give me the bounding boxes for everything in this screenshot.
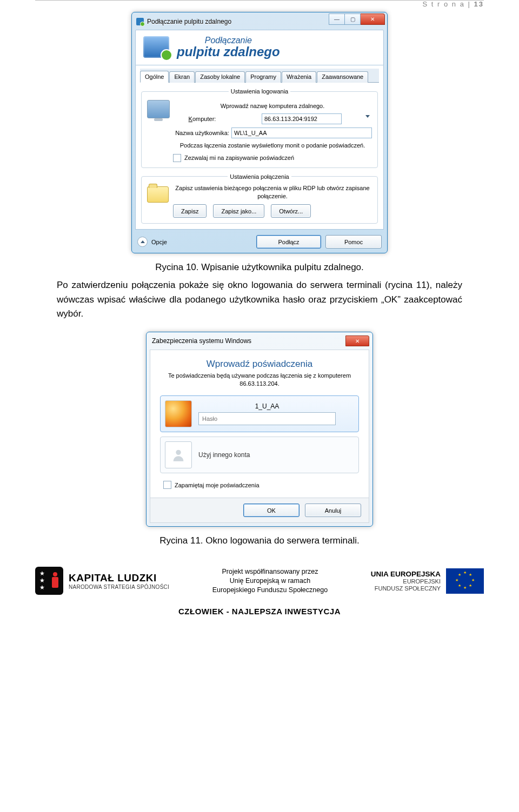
minimize-button[interactable]: — (329, 14, 345, 25)
tabs: Ogólne Ekran Zasoby lokalne Programy Wra… (140, 69, 379, 83)
remote-desktop-icon (143, 36, 169, 58)
cred-close-button[interactable]: ✕ (345, 335, 369, 346)
slogan: CZŁOWIEK - NAJLEPSZA INWESTYCJA (35, 607, 484, 616)
banner-line2: pulpitu zdalnego (177, 45, 280, 58)
save-as-button[interactable]: Zapisz jako... (213, 204, 264, 218)
credentials-note: Podczas łączenia zostanie wyświetlony mo… (173, 142, 372, 150)
figure2-caption: Rycina 11. Okno logowania do serwera ter… (35, 535, 484, 546)
cred-username: 1_U_AA (198, 402, 336, 410)
folder-icon (147, 186, 169, 203)
cofinance-text: Projekt współfinansowany przez Unię Euro… (212, 567, 328, 595)
login-settings-group: Ustawienia logowania Wprowadź nazwę komp… (141, 88, 378, 168)
options-label: Opcje (151, 239, 167, 245)
tab-screen[interactable]: Ekran (169, 71, 195, 83)
allow-save-label: Zezwalaj mi na zapisywanie poświadczeń (184, 155, 294, 161)
cred-heading: Wprowadź poświadczenia (160, 359, 359, 370)
eu-flag-icon: ★ ★ ★ ★ ★ ★ ★ ★ (446, 568, 484, 594)
cred-tile-user[interactable]: 1_U_AA (160, 395, 359, 432)
close-button[interactable]: ✕ (361, 14, 385, 25)
figure1-caption: Rycina 10. Wpisanie użytkownika pulpitu … (35, 262, 484, 273)
cred-tile-other[interactable]: Użyj innego konta (160, 437, 359, 473)
tab-advanced[interactable]: Zaawansowane (317, 71, 368, 83)
tab-experience[interactable]: Wrażenia (282, 71, 316, 83)
tab-programs[interactable]: Programy (245, 71, 281, 83)
chevron-up-icon (141, 240, 145, 243)
cred-window-title: Zabezpieczenia systemu Windows (152, 337, 251, 345)
kl-line2: NARODOWA STRATEGIA SPÓJNOŚCI (69, 584, 169, 590)
conn-text: Zapisz ustawienia bieżącego połączenia w… (173, 184, 372, 200)
body-paragraph: Po zatwierdzeniu połączenia pokaże się o… (57, 278, 462, 321)
window-title: Podłączanie pulpitu zdalnego (147, 18, 231, 25)
banner: Podłączanie pulpitu zdalnego (135, 30, 384, 65)
password-input[interactable] (198, 412, 336, 425)
avatar-icon (165, 400, 192, 427)
conn-legend: Ustawienia połączenia (228, 173, 291, 180)
computer-label: Komputer: (173, 116, 231, 122)
app-icon (136, 18, 144, 25)
page-number: 13 (474, 0, 484, 8)
other-account-label: Użyj innego konta (198, 451, 250, 459)
person-icon (165, 441, 192, 468)
connect-button[interactable]: Podłącz (256, 235, 321, 249)
username-input[interactable] (231, 127, 372, 138)
kl-line1: KAPITAŁ LUDZKI (69, 572, 169, 584)
page-header: S t r o n a | 13 (423, 0, 484, 8)
monitor-icon (147, 100, 170, 118)
header-rule (35, 0, 484, 1)
svg-point-0 (176, 450, 181, 455)
connection-settings-group: Ustawienia połączenia Zapisz ustawienia … (141, 173, 378, 224)
allow-save-checkbox[interactable] (173, 154, 181, 162)
remember-label: Zapamiętaj moje poświadczenia (175, 482, 260, 488)
rdp-window: Podłączanie pulpitu zdalnego — ▢ ✕ Podłą… (131, 12, 388, 253)
options-toggle[interactable]: Opcje (137, 237, 167, 247)
login-intro: Wprowadź nazwę komputera zdalnego. (173, 102, 372, 110)
ok-button[interactable]: OK (243, 504, 300, 517)
maximize-button[interactable]: ▢ (345, 14, 361, 25)
remember-checkbox[interactable] (163, 481, 171, 489)
kapital-ludzki-logo: ★★★ (35, 567, 63, 595)
computer-input[interactable] (262, 113, 342, 124)
cred-titlebar[interactable]: Zabezpieczenia systemu Windows ✕ (150, 335, 369, 350)
tab-general[interactable]: Ogólne (140, 71, 169, 83)
footer-logos: ★★★ KAPITAŁ LUDZKI NARODOWA STRATEGIA SP… (35, 567, 484, 595)
credentials-window: Zabezpieczenia systemu Windows ✕ Wprowad… (146, 332, 373, 527)
help-button[interactable]: Pomoc (325, 235, 382, 249)
ue-line2: EUROPEJSKI (371, 578, 441, 585)
login-legend: Ustawienia logowania (229, 88, 290, 95)
chevron-down-icon[interactable] (365, 115, 370, 118)
username-label: Nazwa użytkownika: (173, 130, 231, 136)
save-button[interactable]: Zapisz (173, 204, 207, 218)
titlebar[interactable]: Podłączanie pulpitu zdalnego — ▢ ✕ (135, 16, 384, 30)
open-button[interactable]: Otwórz... (271, 204, 311, 218)
cred-subtext: Te poświadczenia będą używane podczas łą… (160, 372, 359, 388)
ue-line3: FUNDUSZ SPOŁECZNY (371, 585, 441, 592)
cancel-button[interactable]: Anuluj (305, 504, 361, 517)
ue-line1: UNIA EUROPEJSKA (371, 570, 441, 578)
header-label: S t r o n a (423, 0, 465, 8)
tab-local[interactable]: Zasoby lokalne (195, 71, 245, 83)
